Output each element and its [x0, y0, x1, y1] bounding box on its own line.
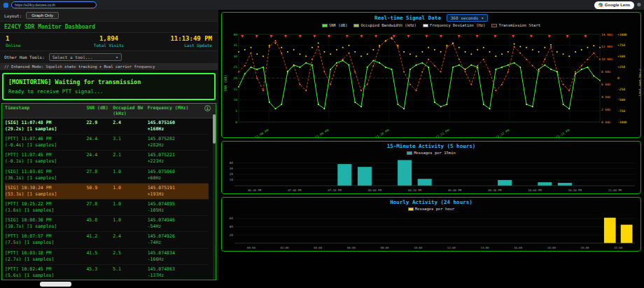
online-label: Online	[6, 43, 74, 48]
svg-text:14 kHz: 14 kHz	[601, 33, 613, 36]
activity-hourly-plot[interactable]: 60402000:0002:0004:0006:0008:0010:0012:0…	[222, 212, 640, 251]
svg-text:-750: -750	[617, 109, 625, 113]
stat-total-visits: 1,894 Total Visits	[74, 35, 143, 48]
legend-item[interactable]: SNR (dB)	[322, 23, 348, 27]
sidebar-panel: Layout: Graph Only E24CY SDR Monitor Das…	[0, 10, 218, 280]
svg-text:06:30 PM: 06:30 PM	[248, 188, 262, 192]
table-row[interactable]: [PTT] 10:03:18 PM(2.7s) [1 samples]41.52…	[5, 249, 209, 265]
table-row[interactable]: [PTT] 10:02:45 PM(5.6s) [1 samples]45.35…	[5, 265, 209, 280]
google-lens-button[interactable]: Google Lens	[594, 1, 634, 9]
tools-select[interactable]: Select a tool... ▾	[49, 53, 122, 61]
activity-15min-header: 15-Minute Activity (5 hours)	[222, 142, 640, 150]
svg-text:8 kHz: 8 kHz	[601, 70, 611, 74]
monitoring-status-box: [MONITORING] Waiting for transmission Re…	[2, 73, 216, 100]
svg-text:35: 35	[234, 43, 238, 47]
legend-item[interactable]: Messages per 15min	[407, 151, 456, 155]
svg-text:07:30 PM: 07:30 PM	[328, 188, 342, 192]
col-snr: SNR (dB)	[86, 105, 113, 116]
col-bw: Occupied BW (kHz)	[113, 105, 147, 116]
activity-15min-legend: Messages per 15min	[222, 150, 640, 156]
stat-online: 1 Online	[6, 35, 74, 48]
browser-chrome: https://e24cy.decoes.co.th Google Lens ⚙	[0, 0, 644, 10]
svg-text:60: 60	[230, 217, 234, 220]
svg-text:11:12 PM: 11:12 PM	[495, 128, 510, 137]
svg-text:11:13 PM: 11:13 PM	[555, 128, 570, 137]
gear-icon[interactable]: ⚙	[637, 2, 640, 8]
svg-text:-500: -500	[617, 98, 625, 102]
time-range-select[interactable]: 360 seconds ▾	[447, 14, 488, 22]
layout-mode-button[interactable]: Graph Only	[26, 12, 59, 19]
svg-text:20: 20	[230, 172, 234, 176]
svg-text:10: 10	[230, 178, 234, 181]
url-text: https://e24cy.decoes.co.th	[15, 3, 55, 7]
svg-text:15: 15	[234, 88, 238, 91]
time-range-value: 360 seconds	[451, 15, 479, 20]
realtime-signal-plot[interactable]: 403530252015105011:08 PM11:09 PM11:10 PM…	[222, 29, 640, 137]
url-bar[interactable]: https://e24cy.decoes.co.th	[11, 1, 97, 8]
svg-text:0 kHz: 0 kHz	[601, 121, 611, 124]
svg-text:11:09 PM: 11:09 PM	[314, 128, 330, 137]
svg-text:10: 10	[234, 98, 238, 102]
tools-row: Other Ham Tools: Select a tool... ▾	[0, 50, 218, 63]
table-row[interactable]: [PTT] 11:07:45 PM(-0.1s) [1 samples]24.4…	[5, 151, 209, 167]
table-row[interactable]: [PTT] 10:25:22 PM(1.6s) [1 samples]27.81…	[5, 200, 209, 216]
legend-item[interactable]: Occupied Bandwidth (kHz)	[354, 23, 416, 27]
realtime-chart-title: Real-time Signal Data	[374, 15, 441, 21]
svg-text:00:00: 00:00	[247, 246, 256, 249]
svg-text:6 kHz: 6 kHz	[601, 83, 611, 86]
scrollbar-thumb[interactable]	[213, 114, 216, 144]
svg-text:11:00 PM: 11:00 PM	[608, 188, 622, 192]
legend-label: Frequency Deviation (Hz)	[430, 23, 485, 27]
legend-item[interactable]: Messages per hour	[408, 207, 454, 211]
svg-text:20:00: 20:00	[580, 246, 589, 249]
svg-text:07:00 PM: 07:00 PM	[288, 188, 302, 192]
svg-text:22:00: 22:00	[614, 246, 623, 249]
chevron-down-icon: ▾	[115, 55, 118, 60]
monitoring-line1: [MONITORING] Waiting for transmission	[8, 78, 209, 85]
enhanced-mode-banner: // Enhanced Mode: Squelch state tracking…	[0, 63, 218, 70]
realtime-chart-card: Real-time Signal Data 360 seconds ▾ SNR …	[221, 12, 641, 138]
legend-label: Transmission Start	[498, 23, 540, 27]
activity-15min-title: 15-Minute Activity (5 hours)	[387, 143, 475, 149]
taskbar	[0, 280, 644, 288]
table-row[interactable]: [SIG] 10:30:24 PM(53.3s) [1 samples]50.9…	[5, 184, 209, 200]
legend-label: Messages per 15min	[414, 151, 456, 155]
page-body: Layout: Graph Only E24CY SDR Monitor Das…	[0, 10, 644, 280]
svg-text:12:00: 12:00	[447, 246, 456, 249]
table-row[interactable]: [SIG] 10:08:30 PM(10.7s) [1 samples]45.8…	[5, 216, 209, 232]
activity-hourly-header: Hourly Activity (24 hours)	[222, 198, 640, 206]
activity-hourly-legend: Messages per hour	[222, 206, 640, 212]
table-row[interactable]: [PTT] 10:07:57 PM(7.5s) [1 samples]41.22…	[5, 232, 209, 248]
table-body: [SIG] 11:07:48 PM(29.2s) [1 samples]22.9…	[2, 118, 216, 280]
legend-label: Messages per hour	[415, 207, 454, 211]
table-row[interactable]: [SIG] 11:07:48 PM(29.2s) [1 samples]22.9…	[5, 118, 209, 135]
visits-value: 1,894	[74, 35, 143, 42]
svg-text:09:00 PM: 09:00 PM	[448, 188, 462, 192]
svg-text:+750: +750	[617, 43, 625, 47]
activity-15min-card: 15-Minute Activity (5 hours) Messages pe…	[221, 141, 641, 194]
table-scrollbar[interactable]	[213, 113, 216, 280]
legend-item[interactable]: Frequency Deviation (Hz)	[423, 23, 485, 27]
monitoring-line2: Ready to receive PTT signal...	[8, 88, 209, 95]
svg-text:12 kHz: 12 kHz	[601, 45, 613, 48]
svg-text:30: 30	[230, 167, 234, 170]
svg-text:30: 30	[234, 55, 238, 58]
svg-text:20: 20	[234, 76, 238, 80]
visits-label: Total Visits	[74, 43, 143, 48]
legend-item[interactable]: Transmission Start	[491, 23, 540, 27]
table-row[interactable]: [PTT] 11:07:46 PM(-0.4s) [1 samples]24.4…	[5, 135, 209, 151]
legend-swatch	[322, 24, 328, 27]
svg-text:10 kHz: 10 kHz	[601, 57, 613, 61]
svg-text:+250: +250	[617, 65, 625, 69]
extension-icon[interactable]	[4, 3, 8, 8]
legend-swatch	[408, 207, 414, 211]
table-info-button[interactable]: i	[204, 105, 211, 111]
activity-15min-plot[interactable]: 4030201006:30 PM07:00 PM07:30 PM08:00 PM…	[222, 156, 640, 193]
realtime-chart-header: Real-time Signal Data 360 seconds ▾	[222, 13, 640, 22]
activity-hourly-title: Hourly Activity (24 hours)	[390, 199, 472, 205]
table-row[interactable]: [SIG] 11:03:01 PM(36.1s) [1 samples]27.8…	[5, 167, 209, 184]
svg-text:+500: +500	[617, 55, 625, 58]
online-value: 1	[6, 35, 74, 42]
svg-text:08:00 PM: 08:00 PM	[368, 188, 382, 192]
table-header: Timestamp SNR (dB) Occupied BW (kHz) Fre…	[2, 104, 216, 118]
